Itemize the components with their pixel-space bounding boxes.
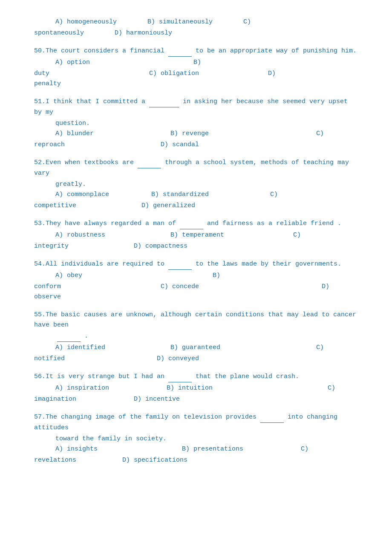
q57-blank bbox=[260, 412, 284, 423]
q54-options3: observe bbox=[34, 292, 358, 302]
q54-blank bbox=[168, 259, 192, 270]
q53-options2: integrity D) compactness bbox=[34, 241, 358, 251]
q49-options-row2: spontaneously D) harmoniously bbox=[34, 28, 358, 38]
q55-options: A) identified B) guaranteed C) bbox=[34, 343, 358, 353]
q56-options2: imagination D) incentive bbox=[34, 394, 358, 405]
q51-blank bbox=[149, 97, 179, 107]
q50-options-a: A) option B) bbox=[34, 58, 358, 68]
q55-text2: . bbox=[34, 331, 358, 342]
question-55: 55.The basic causes are unknown, althoug… bbox=[34, 310, 358, 364]
q55-blank bbox=[57, 331, 81, 342]
q55-options2: notified D) conveyed bbox=[34, 354, 358, 364]
q52-blank bbox=[138, 158, 161, 168]
question-54: 54.All individuals are required to to th… bbox=[34, 259, 358, 302]
q51-text: 51.I think that I committed a in asking … bbox=[34, 97, 358, 118]
q51-options: A) blunder B) revenge C) bbox=[34, 129, 358, 139]
q57-options2: revelations D) specifications bbox=[34, 455, 358, 465]
q51-options2: reproach D) scandal bbox=[34, 140, 358, 150]
q52-text: 52.Even when textbooks are through a sch… bbox=[34, 158, 358, 179]
q54-options2: conform C) concede D) bbox=[34, 282, 358, 292]
q52-text2: greatly. bbox=[34, 179, 358, 190]
q53-blank bbox=[180, 219, 203, 229]
q54-text: 54.All individuals are required to to th… bbox=[34, 259, 358, 270]
q49-options: A) homogeneously B) simultaneously C) sp… bbox=[34, 17, 358, 38]
question-57: 57.The changing image of the family on t… bbox=[34, 412, 358, 465]
q55-text: 55.The basic causes are unknown, althoug… bbox=[34, 310, 358, 330]
question-50: 50.The court considers a financial to be… bbox=[34, 46, 358, 89]
question-56: 56.It is very strange but I had an that … bbox=[34, 372, 358, 405]
q51-text2: question. bbox=[34, 119, 358, 129]
q54-options: A) obey B) bbox=[34, 271, 358, 281]
q56-blank bbox=[168, 372, 192, 382]
exam-content: A) homogeneously B) simultaneously C) sp… bbox=[34, 17, 358, 465]
q56-options: A) inspiration B) intuition C) bbox=[34, 383, 358, 393]
q50-options-c: penalty bbox=[34, 79, 358, 89]
q52-options2: competitive D) generalized bbox=[34, 201, 358, 211]
q49-options-row1: A) homogeneously B) simultaneously C) bbox=[34, 17, 358, 27]
question-52: 52.Even when textbooks are through a sch… bbox=[34, 158, 358, 211]
question-51: 51.I think that I committed a in asking … bbox=[34, 97, 358, 150]
q50-options-b: duty C) obligation D) bbox=[34, 69, 358, 79]
question-53: 53.They have always regarded a man of an… bbox=[34, 219, 358, 251]
q52-options: A) commonplace B) standardized C) bbox=[34, 190, 358, 200]
q50-blank bbox=[168, 46, 192, 57]
q57-options: A) insights B) presentations C) bbox=[34, 444, 358, 454]
q56-text: 56.It is very strange but I had an that … bbox=[34, 372, 358, 382]
q57-text: 57.The changing image of the family on t… bbox=[34, 412, 358, 433]
q50-text: 50.The court considers a financial to be… bbox=[34, 46, 358, 57]
q53-text: 53.They have always regarded a man of an… bbox=[34, 219, 358, 229]
q53-options: A) robustness B) temperament C) bbox=[34, 230, 358, 240]
q57-text2: toward the family in society. bbox=[34, 434, 358, 444]
